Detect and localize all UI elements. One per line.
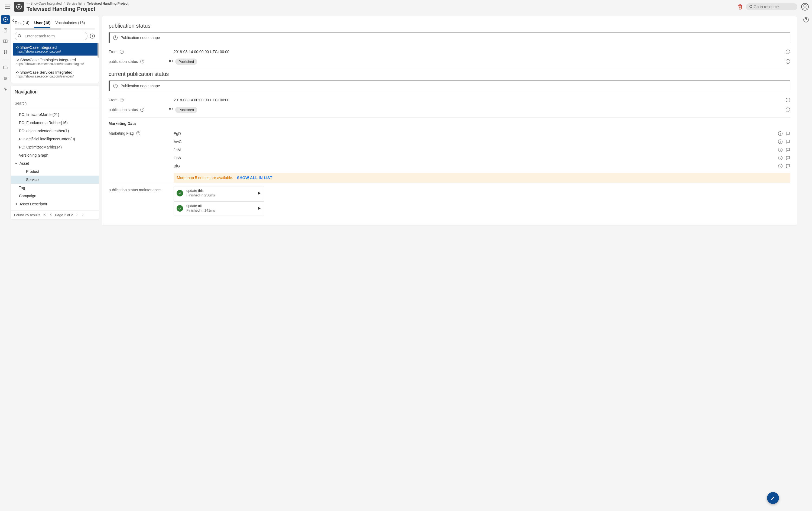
comment-icon bbox=[785, 164, 790, 169]
info-circle-icon bbox=[778, 139, 783, 144]
info-circle-icon bbox=[785, 59, 790, 64]
title-block: -> ShowCase Integrated / Service list / … bbox=[27, 2, 128, 12]
info-button[interactable] bbox=[778, 147, 783, 152]
activity-icon bbox=[3, 87, 8, 92]
tab-test[interactable]: Test (14) bbox=[14, 21, 29, 28]
comment-button[interactable] bbox=[785, 164, 790, 169]
comment-button[interactable] bbox=[785, 139, 790, 144]
tree-item[interactable]: PC: object-orientedLeather(1) bbox=[11, 127, 99, 135]
help-button[interactable] bbox=[136, 131, 140, 136]
chevron-left-icon bbox=[50, 213, 52, 217]
tree-item[interactable]: Versioning Graph bbox=[11, 151, 99, 159]
graph-search[interactable] bbox=[14, 32, 87, 40]
tree-item-campaign[interactable]: Campaign bbox=[11, 192, 99, 200]
svg-rect-5 bbox=[4, 28, 7, 32]
rail-settings[interactable] bbox=[1, 74, 10, 83]
navigation-search-input[interactable] bbox=[11, 98, 99, 108]
tree-item-asset-descriptor[interactable]: Asset Descriptor bbox=[11, 200, 99, 208]
info-button[interactable] bbox=[785, 97, 790, 103]
navigation-title: Navigation bbox=[11, 86, 99, 98]
svg-rect-18 bbox=[172, 60, 173, 61]
global-search-input[interactable] bbox=[753, 4, 794, 9]
tree-item-asset[interactable]: Asset bbox=[11, 159, 99, 167]
tree-item-service[interactable]: Service bbox=[11, 176, 99, 184]
graph-item[interactable]: -> ShowCase Ontologies Integrated https:… bbox=[13, 56, 98, 68]
info-button[interactable] bbox=[778, 139, 783, 144]
pager-first-button[interactable] bbox=[42, 213, 47, 217]
rail-save[interactable] bbox=[1, 48, 10, 56]
graph-search-row bbox=[11, 32, 99, 43]
help-circle-icon bbox=[803, 17, 809, 23]
breadcrumb: -> ShowCase Integrated / Service list / … bbox=[27, 2, 128, 5]
rail-activity[interactable] bbox=[1, 85, 10, 93]
run-button[interactable] bbox=[257, 206, 261, 210]
svg-rect-20 bbox=[170, 61, 171, 62]
property-label: Marketing Flag bbox=[109, 131, 134, 136]
compass-icon bbox=[16, 4, 22, 10]
graph-list-scrollbar[interactable] bbox=[97, 43, 99, 58]
user-menu-button[interactable] bbox=[801, 3, 809, 10]
flag-value: JhM bbox=[174, 148, 778, 152]
svg-point-7 bbox=[4, 77, 5, 78]
graph-tabs: Test (14) User (18) Vocabularies (16) bbox=[11, 17, 99, 28]
help-button[interactable] bbox=[140, 59, 144, 64]
help-button[interactable] bbox=[140, 108, 144, 112]
info-circle-icon bbox=[785, 49, 790, 54]
graph-search-input[interactable] bbox=[24, 34, 85, 38]
pager-prev-button[interactable] bbox=[49, 213, 53, 217]
info-button[interactable] bbox=[778, 131, 783, 136]
pager-next-button[interactable] bbox=[75, 213, 79, 217]
rail-table[interactable] bbox=[1, 37, 10, 46]
tree-item[interactable]: PC: artificial intelligenceCotton(9) bbox=[11, 135, 99, 143]
graph-item[interactable]: -> ShowCase Services Integrated https://… bbox=[13, 68, 98, 81]
comment-button[interactable] bbox=[785, 155, 790, 161]
rail-folder[interactable] bbox=[1, 63, 10, 72]
menu-toggle-button[interactable] bbox=[3, 3, 12, 10]
chevron-down-icon bbox=[14, 162, 18, 165]
rail-explore[interactable] bbox=[1, 15, 10, 24]
help-button[interactable] bbox=[803, 17, 809, 23]
grid-button[interactable] bbox=[169, 60, 173, 63]
svg-rect-17 bbox=[170, 60, 171, 61]
svg-rect-21 bbox=[172, 61, 173, 62]
tabs-scrollbar[interactable] bbox=[14, 28, 95, 30]
info-button[interactable] bbox=[785, 107, 790, 112]
info-button[interactable] bbox=[778, 164, 783, 169]
flag-value: CrW bbox=[174, 156, 778, 160]
pager-last-button[interactable] bbox=[81, 213, 85, 217]
tab-user[interactable]: User (18) bbox=[34, 21, 50, 28]
breadcrumb-item[interactable]: -> ShowCase Integrated bbox=[27, 2, 62, 5]
svg-rect-32 bbox=[172, 110, 173, 110]
add-graph-button[interactable] bbox=[90, 33, 95, 39]
node-shape-label: Publication node shape bbox=[120, 35, 160, 40]
comment-button[interactable] bbox=[785, 147, 790, 152]
info-button[interactable] bbox=[785, 49, 790, 54]
global-search[interactable] bbox=[746, 3, 798, 10]
delete-button[interactable] bbox=[738, 4, 743, 9]
status-chip[interactable]: Published bbox=[175, 59, 197, 65]
show-all-button[interactable]: SHOW ALL IN LIST bbox=[237, 176, 272, 180]
run-button[interactable] bbox=[257, 191, 261, 195]
info-button[interactable] bbox=[778, 155, 783, 161]
help-button[interactable] bbox=[120, 98, 124, 102]
tab-vocabularies[interactable]: Vocabularies (16) bbox=[55, 21, 85, 28]
graph-item[interactable]: -> ShowCase Integrated https://showcase.… bbox=[13, 43, 98, 56]
status-chip[interactable]: Published bbox=[175, 107, 197, 113]
grid-button[interactable] bbox=[169, 108, 173, 112]
rail-notes[interactable] bbox=[1, 26, 10, 35]
edit-fab-button[interactable] bbox=[767, 492, 779, 504]
tree-item[interactable]: PC: firmwareMarble(21) bbox=[11, 111, 99, 119]
comment-button[interactable] bbox=[785, 131, 790, 136]
tree-item[interactable]: PC: FundamentalRubber(16) bbox=[11, 119, 99, 127]
help-button[interactable] bbox=[120, 50, 124, 54]
app-logo bbox=[14, 2, 24, 12]
info-button[interactable] bbox=[785, 59, 790, 64]
tree-item-product[interactable]: Product bbox=[11, 167, 99, 176]
tree-item[interactable]: PC: OptimizedMarble(14) bbox=[11, 143, 99, 151]
chevron-right-icon bbox=[14, 202, 18, 206]
tree-item-tag[interactable]: Tag bbox=[11, 184, 99, 192]
breadcrumb-item[interactable]: Service list bbox=[67, 2, 82, 5]
svg-rect-19 bbox=[169, 61, 170, 62]
flag-row: CrW bbox=[174, 154, 790, 162]
warn-text: More than 5 entries are available. bbox=[177, 176, 233, 180]
